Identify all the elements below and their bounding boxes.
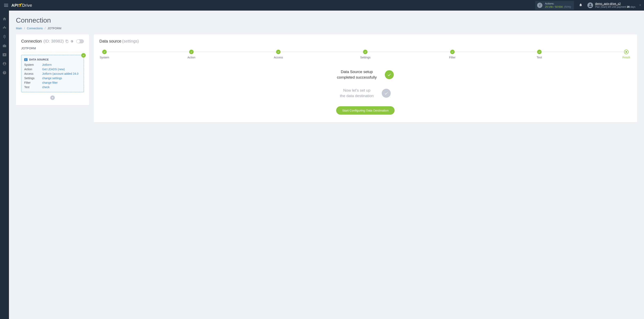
step-label: Test [537, 56, 542, 59]
connection-id: (ID: 38982) [43, 39, 64, 44]
step-circle-icon [537, 50, 542, 54]
nav-home-icon[interactable] [2, 17, 7, 21]
actions-limit: / 50'000 [554, 5, 563, 8]
step-circle-icon [624, 50, 628, 54]
step-label: Finish [622, 56, 630, 59]
breadcrumb-current: JOTFORM [48, 27, 62, 30]
ds-row-value-link[interactable]: change filter [42, 81, 81, 84]
status-success-text: Data Source setupcompleted successfully [337, 69, 377, 80]
nav-briefcase-icon[interactable] [2, 44, 7, 48]
status-next-text: Now let's set upthe data destination [340, 88, 374, 98]
ds-row-label: Action [24, 68, 40, 71]
logo-text-x: X [19, 3, 22, 8]
chevron-down-icon[interactable] [639, 4, 642, 7]
step-label: Settings [360, 56, 370, 59]
nav-video-icon[interactable] [2, 52, 7, 57]
ds-row-label: Test [24, 86, 40, 89]
actions-label: Actions: [545, 2, 571, 5]
step-access[interactable]: Access [273, 50, 284, 59]
user-avatar-icon [588, 2, 593, 8]
step-label: Filter [449, 56, 456, 59]
step-action[interactable]: Action [186, 50, 196, 59]
step-circle-icon [189, 50, 194, 54]
logo-text-api: API [12, 3, 18, 8]
step-label: Action [188, 56, 196, 59]
step-circle-icon [363, 50, 368, 54]
connection-name: JOTFORM [21, 46, 84, 52]
connection-panel: Connection (ID: 38982) JOTFORM 1 DATA SO… [16, 34, 89, 105]
step-filter[interactable]: Filter [447, 50, 458, 59]
step-label: Access [274, 56, 283, 59]
ds-row-value-link[interactable]: Get LEADS (new) [42, 68, 81, 71]
svg-rect-0 [3, 28, 4, 28]
info-icon: i [537, 3, 542, 8]
data-source-number: 1 [24, 58, 28, 61]
step-circle-icon [276, 50, 280, 54]
breadcrumb: Main / Connections / JOTFORM [16, 27, 637, 30]
data-source-box[interactable]: 1 DATA SOURCE SystemJotformActionGet LEA… [21, 55, 84, 92]
ds-row-label: Access [24, 72, 40, 75]
breadcrumb-main-link[interactable]: Main [16, 27, 22, 30]
step-finish[interactable]: Finish [621, 50, 632, 59]
ds-row-label: System [24, 63, 40, 66]
actions-usage-box[interactable]: i Actions: 25'156 / 50'000 (50%) [535, 1, 574, 10]
actions-used: 25'156 [545, 5, 553, 8]
user-plan: Plan |Start| left until payment 26 days [595, 6, 636, 8]
notifications-bell-icon[interactable] [578, 2, 584, 9]
svg-rect-1 [4, 26, 5, 28]
start-configuring-button[interactable]: Start Configuring Data Destination [336, 106, 395, 114]
ds-row-value-link[interactable]: Jotform (account added 24.0 [42, 72, 81, 75]
step-system[interactable]: System [99, 50, 110, 59]
step-test[interactable]: Test [534, 50, 544, 59]
actions-pct: (50%) [564, 5, 571, 8]
nav-connections-icon[interactable] [2, 26, 7, 30]
ds-row-value-link[interactable]: check [42, 86, 81, 89]
gear-icon[interactable] [70, 40, 74, 43]
user-menu[interactable]: demo_apix-drive_s2 Plan |Start| left unt… [588, 2, 642, 8]
connection-title: Connection [21, 39, 42, 44]
copy-icon[interactable] [65, 40, 68, 43]
nav-billing-icon[interactable] [2, 34, 7, 39]
ds-row-label: Settings [24, 76, 40, 80]
step-label: System [100, 56, 109, 59]
main-content: Connection Main / Connections / JOTFORM … [9, 10, 644, 319]
menu-toggle-button[interactable] [2, 2, 10, 8]
settings-title: Data source [99, 39, 121, 43]
app-logo[interactable]: APIXDrive [12, 3, 32, 8]
wizard-stepper: SystemActionAccessSettingsFilterTestFini… [99, 50, 632, 59]
sidebar-nav [0, 10, 9, 319]
connection-toggle[interactable] [76, 39, 84, 43]
breadcrumb-connections-link[interactable]: Connections [27, 27, 43, 30]
data-source-heading: DATA SOURCE [29, 58, 49, 61]
page-title: Connection [16, 16, 637, 24]
svg-rect-2 [5, 28, 6, 28]
data-source-rows: SystemJotformActionGet LEADS (new)Access… [24, 63, 81, 89]
step-settings[interactable]: Settings [360, 50, 370, 59]
user-name: demo_apix-drive_s2 [595, 2, 636, 6]
ds-row-label: Filter [24, 81, 40, 84]
logo-text-drive: Drive [22, 3, 32, 8]
step-circle-icon [450, 50, 455, 54]
settings-panel: Data source (settings) SystemActionAcces… [94, 34, 637, 122]
settings-subtitle: (settings) [122, 39, 139, 43]
top-header: APIXDrive i Actions: 25'156 / 50'000 (50… [0, 0, 644, 10]
add-destination-button[interactable] [50, 96, 55, 100]
nav-profile-icon[interactable] [2, 62, 7, 66]
step-circle-icon [102, 50, 107, 54]
check-circle-grey-icon [382, 89, 391, 98]
ds-row-value-link[interactable]: change settings [42, 76, 81, 80]
check-badge-icon [81, 53, 86, 58]
ds-row-value-link[interactable]: Jotform [42, 63, 81, 66]
check-circle-icon [385, 70, 394, 79]
nav-help-icon[interactable] [2, 70, 7, 75]
